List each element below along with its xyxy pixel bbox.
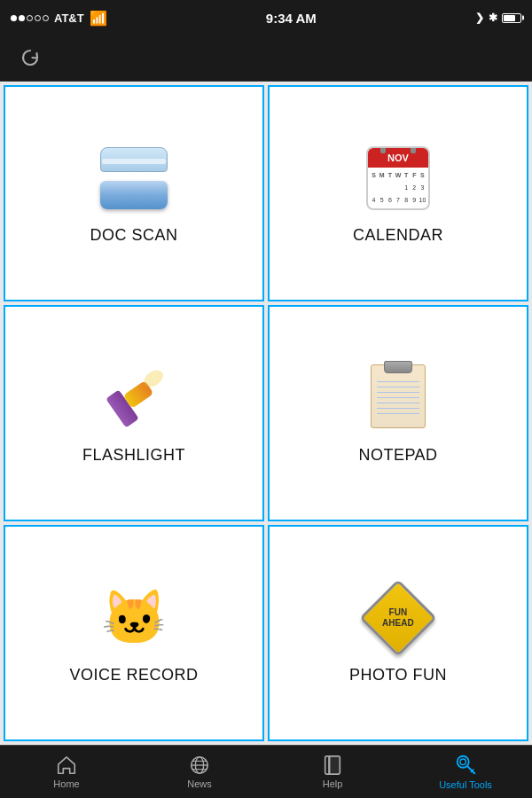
wifi-icon: 📶 [90, 10, 107, 27]
cal-month: NOV [387, 153, 409, 163]
notepad-icon [358, 363, 438, 434]
grid-cell-flashlight[interactable]: FLASHLIGHT [4, 305, 264, 521]
bluetooth-icon: ✱ [489, 12, 497, 24]
battery-icon [502, 13, 521, 23]
calendar-icon: NOV S M T W T F S 1 2 3 4 [358, 143, 438, 214]
signal-dot-3 [27, 15, 33, 21]
notepad-label: NOTEPAD [358, 446, 437, 465]
fun-sign: FUN AHEAD [359, 579, 437, 657]
location-icon: ❯ [475, 12, 484, 24]
useful-tools-icon [454, 754, 477, 777]
home-icon [55, 755, 78, 776]
news-icon [188, 755, 211, 776]
cal-body: S M T W T F S 1 2 3 4 5 6 [368, 168, 428, 208]
grid-cell-notepad[interactable]: NOTEPAD [268, 305, 528, 521]
photo-fun-label: PHOTO FUN [349, 666, 447, 685]
tab-news[interactable]: News [133, 746, 266, 798]
cal-header: NOV [368, 148, 428, 168]
scanner-lid [100, 147, 168, 172]
tab-help[interactable]: Help [266, 746, 399, 798]
carrier-label: AT&T [54, 12, 84, 25]
status-left: AT&T 📶 [11, 10, 107, 27]
signal-dot-2 [19, 15, 25, 21]
tab-home-label: Home [53, 778, 79, 789]
tab-help-label: Help [323, 778, 343, 789]
status-right: ❯ ✱ [475, 12, 521, 24]
signal-dot-4 [35, 15, 41, 21]
flashlight-label: FLASHLIGHT [82, 446, 185, 465]
tab-home[interactable]: Home [0, 746, 133, 798]
calendar-label: CALENDAR [353, 226, 443, 245]
grid-cell-doc-scan[interactable]: DOC SCAN [4, 85, 264, 301]
svg-rect-10 [329, 756, 340, 774]
voice-record-icon: 🐱 [94, 583, 174, 653]
battery-fill [504, 15, 515, 21]
help-icon [323, 755, 342, 776]
app-grid: DOC SCAN NOV S M T W T F S [0, 82, 532, 745]
voice-record-label: VOICE RECORD [69, 666, 198, 685]
grid-cell-voice-record[interactable]: 🐱 VOICE RECORD [4, 525, 264, 741]
doc-scan-label: DOC SCAN [90, 226, 177, 245]
notepad-clip [384, 361, 412, 373]
tab-useful-tools[interactable]: Useful Tools [399, 746, 532, 798]
grid-cell-calendar[interactable]: NOV S M T W T F S 1 2 3 4 [268, 85, 528, 301]
status-bar: AT&T 📶 9:34 AM ❯ ✱ [0, 0, 532, 35]
signal-dots [11, 15, 49, 21]
fun-sign-text: FUN AHEAD [382, 607, 414, 629]
status-time: 9:34 AM [266, 11, 317, 26]
notepad-body [371, 364, 426, 428]
flashlight-icon [94, 363, 174, 434]
tab-bar: Home News Help Useful Tools [0, 745, 532, 798]
tab-news-label: News [187, 778, 212, 789]
signal-dot-1 [11, 15, 17, 21]
scanner-body [100, 181, 168, 209]
tab-useful-tools-label: Useful Tools [439, 779, 492, 790]
photo-fun-icon: FUN AHEAD [358, 583, 438, 653]
refresh-button[interactable] [14, 43, 46, 74]
doc-scan-icon [94, 143, 174, 214]
scanner-stripe [102, 159, 166, 164]
signal-dot-5 [43, 15, 49, 21]
grid-cell-photo-fun[interactable]: FUN AHEAD PHOTO FUN [268, 525, 528, 741]
svg-point-12 [460, 759, 466, 765]
nav-bar [0, 35, 532, 82]
